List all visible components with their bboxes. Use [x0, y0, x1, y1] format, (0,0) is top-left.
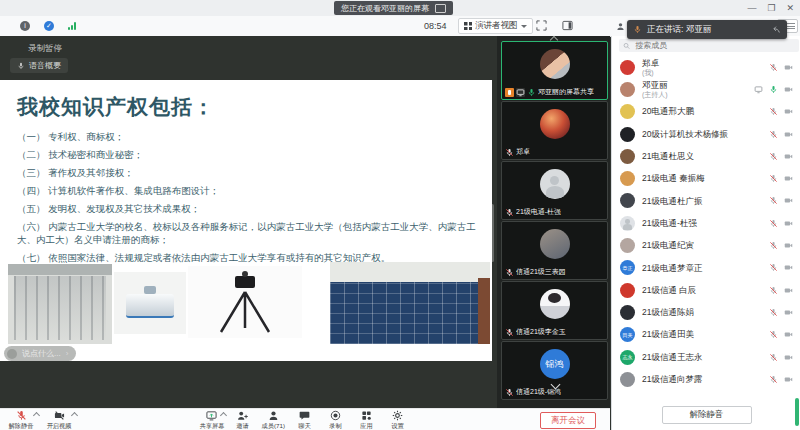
chevron-up-icon[interactable] [71, 412, 78, 419]
avatar [620, 82, 635, 97]
desktop-top-strip: 您正在观看邓亚丽的屏幕 — ❐ ✕ [0, 0, 800, 16]
cam-icon [784, 107, 793, 116]
shield-icon[interactable]: ✓ [44, 21, 54, 31]
avatar: 志永 [620, 350, 635, 365]
participant-row[interactable]: 田美 21级信通田美 [612, 324, 800, 346]
cam-icon [784, 174, 793, 183]
mic-on-icon [769, 85, 778, 94]
mic-off-icon [769, 286, 778, 295]
toolbar-item-apps[interactable]: 应用 [351, 410, 382, 430]
participant-status-icons [769, 130, 793, 139]
voice-summary-pill[interactable]: 语音概要 [10, 58, 68, 73]
share-icon [754, 85, 763, 94]
participant-status-icons [769, 174, 793, 183]
mic-on-icon [769, 85, 778, 94]
cam-icon [784, 263, 793, 272]
video-tile-3[interactable]: 21级电通-杜强 [501, 161, 608, 220]
participant-row[interactable]: 21级信通向梦露 [612, 368, 800, 390]
toolbar-item-chat[interactable]: 聊天 [289, 410, 320, 430]
close-button[interactable]: ✕ [786, 3, 794, 13]
participant-row[interactable]: 章正 21级电通梦章正 [612, 257, 800, 279]
mic-off-icon [769, 219, 778, 228]
toolbar-item-settings[interactable]: 设置 [382, 410, 413, 430]
avatar [540, 229, 570, 259]
toolbar-item-label: 邀请 [236, 422, 248, 430]
participant-row[interactable]: 郑卓 (我) [612, 56, 800, 78]
raise-hand-badge-icon [505, 88, 514, 97]
invite-icon [237, 410, 248, 421]
participant-row[interactable]: 21级电通 秦振梅 [612, 167, 800, 189]
video-tile-4[interactable]: 信通21级三表园 [501, 221, 608, 280]
toolbar-item-start-video[interactable]: 开启视频 [40, 410, 78, 430]
mic-off-icon [769, 130, 778, 139]
view-mode-button[interactable]: 演讲者视图 [458, 18, 533, 34]
participant-row[interactable]: 21级信通陈娟 [612, 301, 800, 323]
chevron-up-icon[interactable] [33, 412, 40, 419]
toolbar-item-share-screen[interactable]: 共享屏幕 [196, 410, 227, 430]
panel-footer: 解除静音 [612, 406, 800, 424]
leave-meeting-button[interactable]: 离开会议 [540, 412, 596, 429]
say-something-pill[interactable]: 说点什么... › [4, 346, 76, 361]
settings-icon [392, 410, 403, 421]
toolbar-item-label: 共享屏幕 [199, 422, 224, 430]
slide-title: 我校知识产权包括： [17, 93, 215, 121]
avatar [620, 193, 635, 208]
cam-icon [784, 308, 793, 317]
cam-icon [784, 286, 793, 295]
network-signal-icon[interactable] [68, 22, 76, 30]
participant-row[interactable]: 21电通杜思义 [612, 145, 800, 167]
tile-name: 信通21级三表园 [516, 267, 566, 277]
video-tile-5[interactable]: 信通21级李金玉 [501, 281, 608, 340]
mic-off-icon [769, 375, 778, 384]
participant-row[interactable]: 志永 21级信通王志永 [612, 346, 800, 368]
participant-row[interactable]: 20电通邢大鹏 [612, 101, 800, 123]
mic-off-icon [769, 219, 778, 228]
toolbar-item-unmute[interactable]: 解除静音 [2, 410, 40, 430]
toolbar-item-record[interactable]: 录制 [320, 410, 351, 430]
mic-off-icon [769, 353, 778, 362]
participant-name: 邓亚丽 [642, 81, 668, 90]
toolbar-item-members[interactable]: 成员(71) [258, 410, 289, 430]
participant-name: 郑卓 [642, 59, 659, 68]
video-tile-2[interactable]: 郑卓 [501, 101, 608, 160]
member-search-box[interactable] [619, 39, 799, 52]
participant-name: 21级电通纪寅 [642, 241, 694, 250]
search-input[interactable] [633, 40, 795, 51]
avatar: 章正 [620, 260, 635, 275]
minimize-button[interactable]: — [747, 3, 756, 13]
participant-status-icons [754, 85, 793, 94]
collapse-arrow-icon[interactable] [771, 25, 781, 35]
mic-off-icon [769, 241, 778, 250]
toolbar-item-invite[interactable]: 邀请 [227, 410, 258, 430]
slide-list-item: （七） 依照国家法律、法规规定或者依法由内蒙古工业大学享有或持有的其它知识产权。 [17, 251, 479, 264]
slide-list-item: （六） 内蒙古工业大学的校名、校标以及各种服务标记，以内蒙古工业大学（包括内蒙古… [17, 220, 479, 246]
avatar [620, 127, 635, 142]
mic-off-icon [769, 308, 778, 317]
fullscreen-icon[interactable] [536, 20, 547, 31]
participant-row[interactable]: 邓亚丽 (主持人) [612, 78, 800, 100]
video-tile-1[interactable]: 邓亚丽的屏幕共享 [501, 41, 608, 100]
stage-scrollbar[interactable] [491, 204, 494, 262]
info-icon[interactable]: i [20, 21, 30, 31]
chevron-up-icon[interactable] [220, 412, 227, 419]
participant-role: (主持人) [642, 91, 668, 98]
share-screen-icon [206, 410, 217, 421]
tile-name: 郑卓 [516, 147, 530, 157]
members-icon [268, 410, 279, 421]
video-tile-6[interactable]: 锦鸿 信通21级-锦鸿 [501, 341, 608, 400]
mic-off-icon [505, 268, 514, 277]
panel-scrollbar[interactable] [795, 398, 799, 426]
avatar [620, 238, 635, 253]
maximize-button[interactable]: ❐ [767, 3, 775, 13]
meeting-toolbar: 解除静音 开启视频 共享屏幕 邀请 成员(71) 聊天 录制 应用 设置 离开会… [0, 408, 610, 430]
layout-icon[interactable] [562, 20, 573, 31]
participant-row[interactable]: 20级计算机技术杨修振 [612, 123, 800, 145]
participant-row[interactable]: 21级电通-杜强 [612, 212, 800, 234]
participant-row[interactable]: 21级电通杜广振 [612, 190, 800, 212]
chat-icon [299, 410, 310, 421]
cam-icon [784, 375, 793, 384]
unmute-button[interactable]: 解除静音 [662, 406, 752, 424]
participant-row[interactable]: 21级电通纪寅 [612, 234, 800, 256]
avatar [620, 149, 635, 164]
participant-row[interactable]: 21级信通 白辰 [612, 279, 800, 301]
